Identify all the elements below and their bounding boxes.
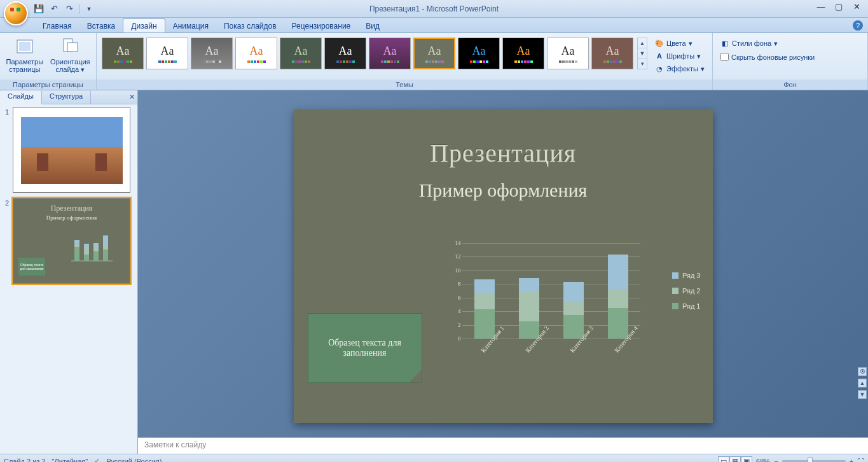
minimize-button[interactable]: ― bbox=[812, 0, 830, 13]
colors-icon: 🎨 bbox=[655, 39, 664, 48]
ribbon-tabs: Главная Вставка Дизайн Анимация Показ сл… bbox=[0, 18, 868, 33]
theme-thumb-12[interactable]: Aa bbox=[591, 38, 633, 69]
fonts-icon: A bbox=[655, 52, 664, 60]
maximize-button[interactable]: ▢ bbox=[830, 0, 848, 13]
colors-button[interactable]: 🎨Цвета ▾ bbox=[652, 38, 707, 49]
status-theme: "Литейная" bbox=[52, 458, 88, 463]
panel-tab-slides[interactable]: Слайды bbox=[0, 90, 42, 104]
status-slide-info: Слайд 2 из 2 bbox=[4, 458, 46, 463]
hide-bg-checkbox-row[interactable]: Скрыть фоновые рисунки bbox=[718, 52, 817, 62]
tab-animation[interactable]: Анимация bbox=[165, 19, 216, 32]
save-icon[interactable]: 💾 bbox=[33, 3, 45, 15]
tab-view[interactable]: Вид bbox=[358, 19, 387, 32]
slide-textbox[interactable]: Образец текста для заполнения bbox=[308, 313, 422, 383]
gallery-up-icon[interactable]: ▲ bbox=[638, 38, 647, 48]
svg-rect-14 bbox=[103, 249, 108, 261]
svg-rect-7 bbox=[74, 240, 79, 243]
tab-slideshow[interactable]: Показ слайдов bbox=[216, 19, 284, 32]
prev-slide-icon[interactable]: ⦿ bbox=[858, 367, 867, 376]
chart-x-labels: Категория 1Категория 2Категория 3Категор… bbox=[462, 342, 640, 386]
thumb-chart bbox=[65, 229, 122, 267]
theme-thumb-6[interactable]: Aa bbox=[324, 38, 366, 69]
qat-customize-icon[interactable]: ▼ bbox=[83, 3, 95, 15]
slide-item-2: 2 Презентация Пример оформления Образец … bbox=[3, 198, 135, 284]
zoom-slider[interactable] bbox=[782, 460, 846, 463]
svg-rect-6 bbox=[74, 243, 79, 247]
svg-rect-11 bbox=[93, 251, 99, 261]
tab-home[interactable]: Главная bbox=[35, 19, 79, 32]
theme-thumb-2[interactable]: Aa bbox=[146, 38, 188, 69]
thumb-title: Презентация bbox=[13, 204, 130, 213]
theme-thumb-11[interactable]: Aa bbox=[547, 38, 589, 69]
help-icon[interactable]: ? bbox=[853, 20, 863, 31]
office-button[interactable] bbox=[4, 1, 28, 25]
next-down-icon[interactable]: ▼ bbox=[858, 390, 867, 399]
theme-thumb-3[interactable]: Aa bbox=[191, 38, 233, 69]
effects-button[interactable]: ◔Эффекты ▾ bbox=[652, 63, 707, 74]
orientation-button[interactable]: Ориентация слайда ▾ bbox=[48, 35, 92, 74]
zoom-thumb[interactable] bbox=[808, 457, 813, 463]
slides-panel: Слайды Структура ✕ 1 2 Презентация Приме… bbox=[0, 90, 138, 454]
status-language[interactable]: Русский (Россия) bbox=[106, 458, 162, 463]
thumb-textbox: Образец текста для заполнения bbox=[18, 258, 45, 276]
svg-rect-3 bbox=[67, 43, 78, 52]
quick-access-toolbar: 💾 ↶ ↷ ▼ bbox=[33, 0, 95, 17]
slide-thumb-1[interactable] bbox=[13, 107, 130, 193]
theme-thumb-1[interactable]: Aa bbox=[102, 38, 144, 69]
fonts-label: Шрифты bbox=[666, 52, 694, 60]
chart[interactable]: 02468101214 Категория 1Категория 2Катего… bbox=[434, 243, 701, 389]
hide-bg-label: Скрыть фоновые рисунки bbox=[731, 53, 815, 61]
slide-title[interactable]: Презентация bbox=[294, 138, 713, 168]
slide-nav-buttons: ⦿ ▲ ▼ bbox=[858, 367, 867, 399]
tab-review[interactable]: Рецензирование bbox=[284, 19, 359, 32]
theme-thumb-7[interactable]: Aa bbox=[369, 38, 411, 69]
statusbar: Слайд 2 из 2 "Литейная" ✓ Русский (Росси… bbox=[0, 454, 868, 462]
slide-number: 2 bbox=[3, 198, 9, 284]
theme-thumb-8[interactable]: Aa bbox=[413, 38, 455, 69]
orientation-label: Ориентация слайда ▾ bbox=[50, 58, 90, 73]
fonts-button[interactable]: AШрифты ▾ bbox=[652, 50, 707, 62]
notes-pane[interactable]: Заметки к слайду bbox=[138, 437, 868, 454]
svg-rect-9 bbox=[84, 247, 89, 255]
slideshow-view-icon[interactable]: ▣ bbox=[741, 456, 752, 463]
slide-thumb-2[interactable]: Презентация Пример оформления Образец те… bbox=[13, 198, 130, 284]
hide-bg-checkbox[interactable] bbox=[720, 53, 729, 61]
theme-thumb-9[interactable]: Aa bbox=[458, 38, 500, 69]
tab-design[interactable]: Дизайн bbox=[123, 18, 165, 32]
effects-label: Эффекты bbox=[666, 65, 698, 73]
next-up-icon[interactable]: ▲ bbox=[858, 379, 867, 388]
spellcheck-icon[interactable]: ✓ bbox=[94, 457, 100, 462]
group-page-setup-label: Параметры страницы bbox=[0, 80, 96, 90]
theme-gallery: Aa Aa Aa Aa Aa Aa Aa Aa Aa Aa Aa Aa ▲ ▼ … bbox=[100, 35, 649, 72]
sorter-view-icon[interactable]: ▦ bbox=[729, 456, 741, 463]
panel-close-icon[interactable]: ✕ bbox=[129, 93, 135, 101]
panel-tabs: Слайды Структура ✕ bbox=[0, 90, 137, 104]
slide-subtitle[interactable]: Пример оформления bbox=[294, 179, 713, 201]
group-page-setup: Параметры страницы Ориентация слайда ▾ П… bbox=[0, 33, 97, 90]
svg-rect-15 bbox=[103, 245, 108, 249]
zoom-out-icon[interactable]: − bbox=[774, 458, 778, 463]
zoom-in-icon[interactable]: + bbox=[850, 458, 853, 463]
zoom-level[interactable]: 68% bbox=[756, 458, 770, 463]
slides-list: 1 2 Презентация Пример оформления Образе… bbox=[0, 104, 137, 454]
gallery-down-icon[interactable]: ▼ bbox=[638, 48, 647, 59]
tab-insert[interactable]: Вставка bbox=[79, 19, 123, 32]
theme-thumb-5[interactable]: Aa bbox=[280, 38, 322, 69]
panel-tab-outline[interactable]: Структура bbox=[42, 90, 91, 104]
window-controls: ― ▢ ✕ bbox=[812, 0, 865, 13]
close-button[interactable]: ✕ bbox=[848, 0, 865, 13]
thumb-subtitle: Пример оформления bbox=[13, 214, 130, 221]
bg-styles-label: Стили фона bbox=[732, 39, 771, 47]
slide-canvas[interactable]: Презентация Пример оформления Образец те… bbox=[294, 109, 713, 423]
normal-view-icon[interactable]: ▭ bbox=[718, 456, 729, 463]
theme-thumb-4[interactable]: Aa bbox=[235, 38, 277, 69]
slide-canvas-wrap[interactable]: Презентация Пример оформления Образец те… bbox=[138, 90, 868, 437]
redo-icon[interactable]: ↷ bbox=[64, 3, 75, 15]
bg-styles-button[interactable]: ◧Стили фона ▾ bbox=[718, 38, 780, 49]
theme-thumb-10[interactable]: Aa bbox=[502, 38, 544, 69]
gallery-more-icon[interactable]: ▾ bbox=[638, 59, 647, 69]
page-params-button[interactable]: Параметры страницы bbox=[4, 35, 46, 74]
group-themes: Aa Aa Aa Aa Aa Aa Aa Aa Aa Aa Aa Aa ▲ ▼ … bbox=[97, 33, 713, 90]
fit-window-icon[interactable]: ⛶ bbox=[857, 458, 864, 463]
undo-icon[interactable]: ↶ bbox=[48, 3, 60, 15]
